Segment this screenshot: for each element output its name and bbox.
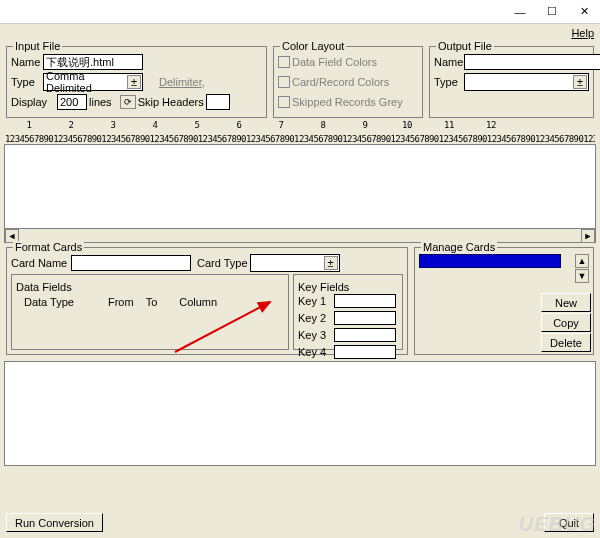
output-file-legend: Output File bbox=[436, 40, 494, 52]
out-type-label: Type bbox=[434, 76, 462, 88]
manage-cards-group: Manage Cards ▲ ▼ New Copy Delete bbox=[414, 247, 594, 355]
scroll-down-icon[interactable]: ▼ bbox=[575, 269, 589, 283]
maximize-button[interactable]: ☐ bbox=[536, 1, 568, 23]
scroll-right-icon[interactable]: ► bbox=[581, 229, 595, 243]
name-label: Name bbox=[11, 56, 41, 68]
input-type-combo[interactable]: Comma Delimited ± bbox=[43, 73, 143, 91]
card-list-selection[interactable] bbox=[419, 254, 561, 268]
chevron-down-icon: ± bbox=[127, 75, 141, 89]
ruler-digits: 1234567890123456789012345678901234567890… bbox=[5, 134, 595, 144]
color-layout-legend: Color Layout bbox=[280, 40, 346, 52]
delete-button[interactable]: Delete bbox=[541, 333, 591, 352]
run-conversion-button[interactable]: Run Conversion bbox=[6, 513, 103, 532]
format-cards-group: Format Cards Card Name Card Type ± Data … bbox=[6, 247, 408, 355]
key-label: Key 3 bbox=[298, 329, 332, 341]
minimize-button[interactable]: — bbox=[504, 1, 536, 23]
checkbox[interactable] bbox=[278, 96, 290, 108]
card-name-label: Card Name bbox=[11, 257, 69, 269]
key-fields-group: Key Fields Key 1Key 2Key 3Key 4 bbox=[293, 274, 403, 350]
output-type-combo[interactable]: ± bbox=[464, 73, 589, 91]
ruler: 123456789101112 bbox=[5, 120, 595, 134]
quit-button[interactable]: Quit bbox=[544, 513, 594, 532]
col-column: Column bbox=[179, 296, 217, 308]
checkbox[interactable] bbox=[278, 76, 290, 88]
opt-skipped-grey: Skipped Records Grey bbox=[292, 96, 403, 108]
color-layout-group: Color Layout Data Field Colors Card/Reco… bbox=[273, 46, 423, 118]
key-label: Key 1 bbox=[298, 295, 332, 307]
checkbox[interactable] bbox=[278, 56, 290, 68]
card-type-combo[interactable]: ± bbox=[250, 254, 340, 272]
opt-data-field-colors: Data Field Colors bbox=[292, 56, 377, 68]
key-field[interactable] bbox=[334, 328, 396, 342]
input-name-field[interactable] bbox=[43, 54, 143, 70]
type-label: Type bbox=[11, 76, 41, 88]
manage-cards-legend: Manage Cards bbox=[421, 241, 497, 253]
card-type-label: Card Type bbox=[197, 257, 248, 269]
scroll-up-icon[interactable]: ▲ bbox=[575, 254, 589, 268]
copy-button[interactable]: Copy bbox=[541, 313, 591, 332]
delimiter-label: Delimiter, bbox=[159, 76, 205, 88]
card-name-field[interactable] bbox=[71, 255, 191, 271]
preview-area[interactable] bbox=[4, 144, 596, 229]
key-field[interactable] bbox=[334, 294, 396, 308]
key-field[interactable] bbox=[334, 345, 396, 359]
new-button[interactable]: New bbox=[541, 293, 591, 312]
refresh-icon[interactable]: ⟳ bbox=[120, 95, 136, 109]
opt-card-record-colors: Card/Record Colors bbox=[292, 76, 389, 88]
display-field[interactable] bbox=[57, 94, 87, 110]
col-to: To bbox=[146, 296, 158, 308]
skip-headers-label: Skip Headers bbox=[138, 96, 204, 108]
chevron-down-icon: ± bbox=[324, 256, 338, 270]
title-bar: — ☐ ✕ bbox=[0, 0, 600, 24]
chevron-down-icon: ± bbox=[573, 75, 587, 89]
data-fields-group: Data Fields Data Type From To Column bbox=[11, 274, 289, 350]
key-label: Key 4 bbox=[298, 346, 332, 358]
data-fields-legend: Data Fields bbox=[16, 281, 284, 293]
close-button[interactable]: ✕ bbox=[568, 1, 600, 23]
format-cards-legend: Format Cards bbox=[13, 241, 84, 253]
display-label: Display bbox=[11, 96, 55, 108]
menu-help[interactable]: Help bbox=[571, 27, 594, 39]
input-file-group: Input File Name Type Comma Delimited ± D… bbox=[6, 46, 267, 118]
output-preview-area[interactable] bbox=[4, 361, 596, 466]
input-file-legend: Input File bbox=[13, 40, 62, 52]
lines-label: lines bbox=[89, 96, 112, 108]
key-label: Key 2 bbox=[298, 312, 332, 324]
output-name-field[interactable] bbox=[464, 54, 600, 70]
col-from: From bbox=[108, 296, 134, 308]
key-fields-legend: Key Fields bbox=[298, 281, 398, 293]
output-file-group: Output File Name Type ± bbox=[429, 46, 594, 118]
skip-headers-field[interactable] bbox=[206, 94, 230, 110]
key-field[interactable] bbox=[334, 311, 396, 325]
col-data-type: Data Type bbox=[24, 296, 74, 308]
out-name-label: Name bbox=[434, 56, 462, 68]
